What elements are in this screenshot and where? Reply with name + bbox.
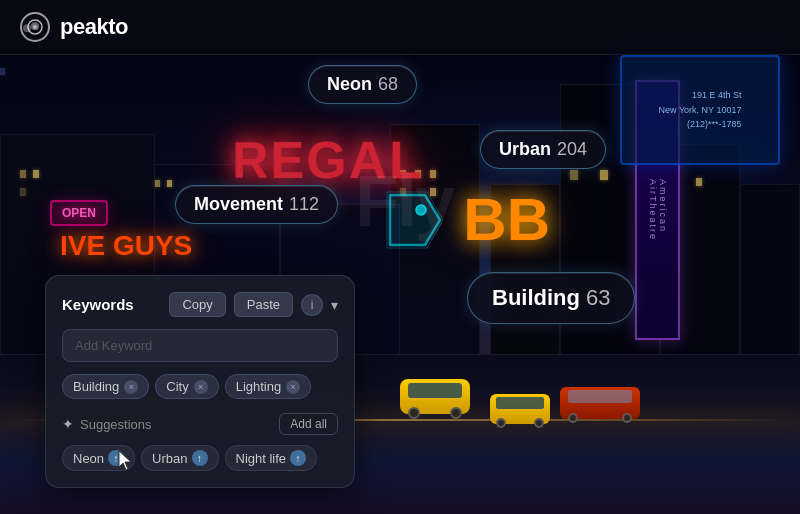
- suggestions-label: ✦ Suggestions: [62, 416, 152, 432]
- suggestion-neon-add[interactable]: ↑: [108, 450, 124, 466]
- svg-point-1: [33, 25, 37, 29]
- chevron-button[interactable]: ▾: [331, 297, 338, 313]
- tag-building-label: Building: [73, 379, 119, 394]
- neon-pink-sign: OPEN: [50, 200, 108, 226]
- suggestion-urban[interactable]: Urban ↑: [141, 445, 218, 471]
- info-button[interactable]: i: [301, 294, 323, 316]
- paste-button[interactable]: Paste: [234, 292, 293, 317]
- app-name: peakto: [60, 14, 128, 40]
- topbar: peakto: [0, 0, 800, 55]
- suggestion-neon-label: Neon: [73, 451, 104, 466]
- suggestions-text: Suggestions: [80, 417, 152, 432]
- tag-lighting-remove[interactable]: ×: [286, 380, 300, 394]
- suggestion-nightlife-add[interactable]: ↑: [290, 450, 306, 466]
- bb-sign: BB: [463, 185, 550, 254]
- suggestion-nightlife-label: Night life: [236, 451, 287, 466]
- bubble-movement: Movement112: [175, 185, 338, 224]
- guys-sign: IVE GUYS: [60, 230, 192, 262]
- keywords-panel: Keywords Copy Paste i ▾ Building × City …: [45, 275, 355, 488]
- bubble-neon: Neon68: [308, 65, 417, 104]
- svg-point-0: [28, 20, 42, 34]
- svg-point-2: [416, 205, 426, 215]
- keyword-tags: Building × City × Lighting ×: [62, 374, 338, 399]
- tag-city: City ×: [155, 374, 218, 399]
- suggestions-header: ✦ Suggestions Add all: [62, 413, 338, 435]
- suggestion-neon[interactable]: Neon ↑: [62, 445, 135, 471]
- blue-sign: 191 E 4th StNew York, NY 10017(212)***-1…: [620, 55, 780, 165]
- bubble-building: Building63: [467, 272, 635, 324]
- tag-city-remove[interactable]: ×: [194, 380, 208, 394]
- tag-icon: [375, 180, 455, 269]
- bubble-urban: Urban204: [480, 130, 606, 169]
- tag-building-remove[interactable]: ×: [124, 380, 138, 394]
- suggestion-urban-label: Urban: [152, 451, 187, 466]
- tag-city-label: City: [166, 379, 188, 394]
- panel-title: Keywords: [62, 296, 161, 313]
- add-all-button[interactable]: Add all: [279, 413, 338, 435]
- keyword-input[interactable]: [62, 329, 338, 362]
- suggestion-nightlife[interactable]: Night life ↑: [225, 445, 318, 471]
- suggestions-icon: ✦: [62, 416, 74, 432]
- copy-button[interactable]: Copy: [169, 292, 225, 317]
- tag-lighting-label: Lighting: [236, 379, 282, 394]
- tag-building: Building ×: [62, 374, 149, 399]
- tag-lighting: Lighting ×: [225, 374, 312, 399]
- panel-header: Keywords Copy Paste i ▾: [62, 292, 338, 317]
- suggestion-urban-add[interactable]: ↑: [192, 450, 208, 466]
- logo-icon: [20, 12, 50, 42]
- suggestion-tags: Neon ↑ Urban ↑ Night life ↑: [62, 445, 338, 471]
